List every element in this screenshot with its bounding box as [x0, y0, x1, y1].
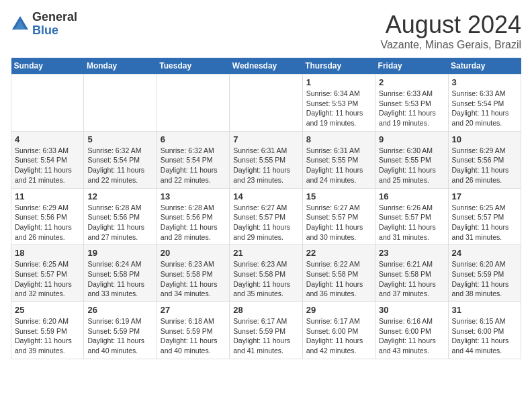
- location-subtitle: Vazante, Minas Gerais, Brazil: [380, 39, 521, 51]
- day-number: 23: [379, 248, 444, 258]
- calendar-cell: 27Sunrise: 6:18 AMSunset: 5:59 PMDayligh…: [157, 302, 229, 359]
- day-info: Sunrise: 6:20 AMSunset: 5:59 PMDaylight:…: [452, 259, 517, 299]
- day-info: Sunrise: 6:20 AMSunset: 5:59 PMDaylight:…: [15, 316, 80, 356]
- calendar-cell: 1Sunrise: 6:34 AMSunset: 5:53 PMDaylight…: [302, 75, 375, 132]
- day-info: Sunrise: 6:31 AMSunset: 5:55 PMDaylight:…: [306, 146, 371, 185]
- calendar-cell: 26Sunrise: 6:19 AMSunset: 5:59 PMDayligh…: [84, 302, 157, 359]
- calendar-cell: 29Sunrise: 6:17 AMSunset: 6:00 PMDayligh…: [302, 302, 375, 359]
- weekday-header-row: SundayMondayTuesdayWednesdayThursdayFrid…: [11, 58, 521, 75]
- calendar-cell: [157, 75, 229, 132]
- day-number: 20: [161, 248, 226, 258]
- day-info: Sunrise: 6:23 AMSunset: 5:58 PMDaylight:…: [161, 259, 226, 299]
- calendar-cell: 3Sunrise: 6:33 AMSunset: 5:54 PMDaylight…: [448, 75, 521, 132]
- weekday-header-thursday: Thursday: [302, 58, 375, 75]
- day-number: 18: [15, 248, 80, 258]
- day-info: Sunrise: 6:21 AMSunset: 5:58 PMDaylight:…: [379, 259, 444, 299]
- day-number: 15: [306, 191, 371, 201]
- calendar-cell: 10Sunrise: 6:29 AMSunset: 5:56 PMDayligh…: [448, 131, 521, 188]
- weekday-header-monday: Monday: [84, 58, 157, 75]
- calendar-cell: 23Sunrise: 6:21 AMSunset: 5:58 PMDayligh…: [375, 245, 448, 302]
- logo-text: General Blue: [32, 11, 77, 38]
- day-number: 4: [15, 134, 80, 144]
- calendar-cell: 7Sunrise: 6:31 AMSunset: 5:55 PMDaylight…: [230, 131, 302, 188]
- day-number: 9: [379, 134, 444, 144]
- day-number: 14: [233, 191, 298, 201]
- calendar-cell: 14Sunrise: 6:27 AMSunset: 5:57 PMDayligh…: [230, 188, 302, 245]
- day-info: Sunrise: 6:26 AMSunset: 5:57 PMDaylight:…: [379, 203, 444, 242]
- day-info: Sunrise: 6:33 AMSunset: 5:53 PMDaylight:…: [379, 89, 444, 128]
- day-info: Sunrise: 6:23 AMSunset: 5:58 PMDaylight:…: [233, 259, 298, 299]
- day-number: 26: [87, 305, 152, 315]
- day-info: Sunrise: 6:29 AMSunset: 5:56 PMDaylight:…: [452, 146, 517, 185]
- day-info: Sunrise: 6:24 AMSunset: 5:58 PMDaylight:…: [87, 259, 152, 299]
- month-title: August 2024: [380, 11, 521, 39]
- day-info: Sunrise: 6:15 AMSunset: 6:00 PMDaylight:…: [452, 316, 517, 356]
- page-header: General Blue August 2024 Vazante, Minas …: [11, 11, 521, 51]
- calendar-week-row: 18Sunrise: 6:25 AMSunset: 5:57 PMDayligh…: [11, 245, 521, 302]
- calendar-cell: 4Sunrise: 6:33 AMSunset: 5:54 PMDaylight…: [11, 131, 84, 188]
- calendar-cell: [230, 75, 302, 132]
- calendar-cell: 17Sunrise: 6:25 AMSunset: 5:57 PMDayligh…: [448, 188, 521, 245]
- day-info: Sunrise: 6:32 AMSunset: 5:54 PMDaylight:…: [161, 146, 226, 185]
- logo: General Blue: [11, 11, 77, 38]
- day-number: 6: [161, 134, 226, 144]
- day-number: 1: [306, 77, 371, 87]
- day-number: 21: [233, 248, 298, 258]
- weekday-header-friday: Friday: [375, 58, 448, 75]
- day-number: 31: [452, 305, 517, 315]
- day-number: 19: [87, 248, 152, 258]
- calendar-table: SundayMondayTuesdayWednesdayThursdayFrid…: [11, 58, 521, 359]
- calendar-cell: 24Sunrise: 6:20 AMSunset: 5:59 PMDayligh…: [448, 245, 521, 302]
- weekday-header-tuesday: Tuesday: [157, 58, 229, 75]
- calendar-week-row: 1Sunrise: 6:34 AMSunset: 5:53 PMDaylight…: [11, 75, 521, 132]
- calendar-cell: 22Sunrise: 6:22 AMSunset: 5:58 PMDayligh…: [302, 245, 375, 302]
- calendar-cell: 6Sunrise: 6:32 AMSunset: 5:54 PMDaylight…: [157, 131, 229, 188]
- calendar-cell: 15Sunrise: 6:27 AMSunset: 5:57 PMDayligh…: [302, 188, 375, 245]
- day-info: Sunrise: 6:33 AMSunset: 5:54 PMDaylight:…: [452, 89, 517, 128]
- calendar-cell: 30Sunrise: 6:16 AMSunset: 6:00 PMDayligh…: [375, 302, 448, 359]
- day-number: 16: [379, 191, 444, 201]
- calendar-cell: 13Sunrise: 6:28 AMSunset: 5:56 PMDayligh…: [157, 188, 229, 245]
- calendar-cell: 11Sunrise: 6:29 AMSunset: 5:56 PMDayligh…: [11, 188, 84, 245]
- day-info: Sunrise: 6:16 AMSunset: 6:00 PMDaylight:…: [379, 316, 444, 356]
- calendar-cell: 5Sunrise: 6:32 AMSunset: 5:54 PMDaylight…: [84, 131, 157, 188]
- calendar-cell: 8Sunrise: 6:31 AMSunset: 5:55 PMDaylight…: [302, 131, 375, 188]
- weekday-header-saturday: Saturday: [448, 58, 521, 75]
- day-number: 24: [452, 248, 517, 258]
- calendar-week-row: 11Sunrise: 6:29 AMSunset: 5:56 PMDayligh…: [11, 188, 521, 245]
- day-info: Sunrise: 6:27 AMSunset: 5:57 PMDaylight:…: [306, 203, 371, 242]
- day-number: 17: [452, 191, 517, 201]
- calendar-cell: 20Sunrise: 6:23 AMSunset: 5:58 PMDayligh…: [157, 245, 229, 302]
- day-info: Sunrise: 6:27 AMSunset: 5:57 PMDaylight:…: [233, 203, 298, 242]
- day-info: Sunrise: 6:28 AMSunset: 5:56 PMDaylight:…: [161, 203, 226, 242]
- calendar-cell: 16Sunrise: 6:26 AMSunset: 5:57 PMDayligh…: [375, 188, 448, 245]
- calendar-cell: 25Sunrise: 6:20 AMSunset: 5:59 PMDayligh…: [11, 302, 84, 359]
- weekday-header-wednesday: Wednesday: [230, 58, 302, 75]
- day-info: Sunrise: 6:25 AMSunset: 5:57 PMDaylight:…: [15, 259, 80, 299]
- day-number: 10: [452, 134, 517, 144]
- day-number: 11: [15, 191, 80, 201]
- logo-icon: [11, 15, 30, 34]
- day-info: Sunrise: 6:33 AMSunset: 5:54 PMDaylight:…: [15, 146, 80, 185]
- calendar-cell: 19Sunrise: 6:24 AMSunset: 5:58 PMDayligh…: [84, 245, 157, 302]
- day-info: Sunrise: 6:31 AMSunset: 5:55 PMDaylight:…: [233, 146, 298, 185]
- day-number: 5: [87, 134, 152, 144]
- day-number: 8: [306, 134, 371, 144]
- day-info: Sunrise: 6:17 AMSunset: 5:59 PMDaylight:…: [233, 316, 298, 356]
- day-number: 25: [15, 305, 80, 315]
- calendar-cell: 31Sunrise: 6:15 AMSunset: 6:00 PMDayligh…: [448, 302, 521, 359]
- calendar-cell: 2Sunrise: 6:33 AMSunset: 5:53 PMDaylight…: [375, 75, 448, 132]
- day-number: 29: [306, 305, 371, 315]
- day-number: 12: [87, 191, 152, 201]
- day-info: Sunrise: 6:30 AMSunset: 5:55 PMDaylight:…: [379, 146, 444, 185]
- day-number: 3: [452, 77, 517, 87]
- title-block: August 2024 Vazante, Minas Gerais, Brazi…: [380, 11, 521, 51]
- day-info: Sunrise: 6:19 AMSunset: 5:59 PMDaylight:…: [87, 316, 152, 356]
- calendar-week-row: 25Sunrise: 6:20 AMSunset: 5:59 PMDayligh…: [11, 302, 521, 359]
- calendar-cell: 9Sunrise: 6:30 AMSunset: 5:55 PMDaylight…: [375, 131, 448, 188]
- day-number: 30: [379, 305, 444, 315]
- calendar-cell: [84, 75, 157, 132]
- calendar-cell: 18Sunrise: 6:25 AMSunset: 5:57 PMDayligh…: [11, 245, 84, 302]
- calendar-cell: 21Sunrise: 6:23 AMSunset: 5:58 PMDayligh…: [230, 245, 302, 302]
- day-info: Sunrise: 6:29 AMSunset: 5:56 PMDaylight:…: [15, 203, 80, 242]
